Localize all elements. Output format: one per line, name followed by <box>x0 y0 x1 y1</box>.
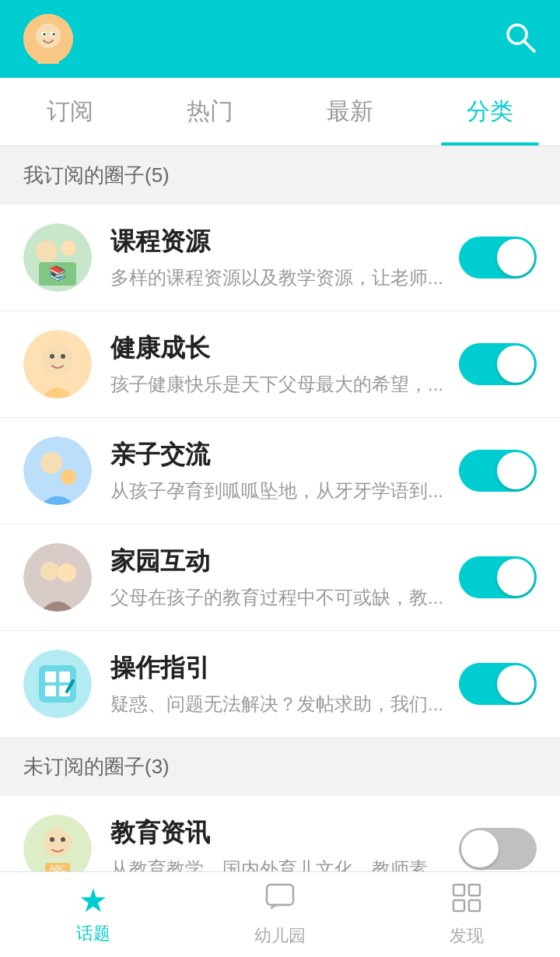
star-icon: ★ <box>79 885 108 917</box>
list-item: 健康成长 孩子健康快乐是天下父母最大的希望，... <box>0 311 560 418</box>
list-item: 亲子交流 从孩子孕育到呱呱坠地，从牙牙学语到... <box>0 418 560 524</box>
tab-category[interactable]: 分类 <box>420 78 560 145</box>
search-icon[interactable] <box>502 19 537 59</box>
subscribed-list: 📚 课程资源 多样的课程资源以及教学资源，让老师... <box>0 205 560 738</box>
nav-item-discover[interactable]: 发现 <box>373 882 560 948</box>
svg-point-11 <box>61 240 76 256</box>
toggle-6[interactable] <box>459 828 537 870</box>
bottom-nav: ★ 话题 幼儿园 发现 <box>0 871 560 957</box>
svg-point-33 <box>61 837 65 842</box>
svg-point-4 <box>44 33 46 36</box>
svg-rect-41 <box>453 900 464 911</box>
svg-point-1 <box>36 23 61 48</box>
svg-rect-39 <box>453 885 464 896</box>
toggle-4[interactable] <box>459 556 537 598</box>
svg-text:📚: 📚 <box>49 265 67 282</box>
chat-icon <box>264 882 296 920</box>
svg-point-22 <box>40 562 59 580</box>
svg-point-10 <box>36 240 58 262</box>
item-text-4: 家园互动 父母在孩子的教育过程中不可或缺，教... <box>110 545 446 610</box>
item-avatar-4 <box>23 543 92 612</box>
tab-subscribe[interactable]: 订阅 <box>0 78 140 145</box>
subscribed-section-header: 我订阅的圈子(5) <box>0 146 560 205</box>
avatar[interactable] <box>23 14 73 64</box>
svg-point-17 <box>61 354 65 359</box>
svg-rect-42 <box>469 900 480 911</box>
svg-point-16 <box>50 354 54 359</box>
svg-line-8 <box>524 41 534 51</box>
toggle-3[interactable] <box>459 450 537 492</box>
grid-icon <box>450 882 483 920</box>
tab-hot[interactable]: 热门 <box>140 78 280 145</box>
svg-rect-28 <box>45 685 56 696</box>
svg-point-5 <box>53 33 55 36</box>
svg-point-21 <box>23 543 92 612</box>
list-item: 家园互动 父母在孩子的教育过程中不可或缺，教... <box>0 524 560 631</box>
svg-rect-38 <box>267 885 293 905</box>
svg-point-32 <box>50 837 54 842</box>
svg-rect-26 <box>45 671 56 682</box>
item-avatar-5 <box>23 650 92 718</box>
svg-rect-27 <box>59 671 70 682</box>
svg-point-20 <box>61 469 76 485</box>
svg-rect-40 <box>469 885 480 896</box>
toggle-2[interactable] <box>459 343 537 385</box>
header <box>0 0 560 78</box>
item-text-5: 操作指引 疑惑、问题无法解决？发帖求助，我们... <box>110 651 446 717</box>
svg-point-19 <box>40 452 62 474</box>
toggle-1[interactable] <box>459 237 537 279</box>
unsubscribed-section-header: 未订阅的圈子(3) <box>0 738 560 796</box>
svg-point-31 <box>44 829 72 857</box>
tab-latest[interactable]: 最新 <box>280 78 420 145</box>
item-avatar-3 <box>23 436 92 505</box>
item-avatar-2 <box>23 330 92 398</box>
list-item: 操作指引 疑惑、问题无法解决？发帖求助，我们... <box>0 631 560 738</box>
toggle-5[interactable] <box>459 663 537 705</box>
item-text-2: 健康成长 孩子健康快乐是天下父母最大的希望，... <box>110 331 446 397</box>
item-text-1: 课程资源 多样的课程资源以及教学资源，让老师... <box>110 225 446 290</box>
nav-item-topics[interactable]: ★ 话题 <box>0 885 187 945</box>
svg-point-15 <box>42 344 73 375</box>
list-item: 📚 课程资源 多样的课程资源以及教学资源，让老师... <box>0 205 560 311</box>
item-avatar-1: 📚 <box>23 223 92 292</box>
item-text-3: 亲子交流 从孩子孕育到呱呱坠地，从牙牙学语到... <box>110 438 446 503</box>
nav-item-kindergarten[interactable]: 幼儿园 <box>187 882 373 948</box>
tab-bar: 订阅 热门 最新 分类 <box>0 78 560 146</box>
svg-point-23 <box>58 563 76 582</box>
